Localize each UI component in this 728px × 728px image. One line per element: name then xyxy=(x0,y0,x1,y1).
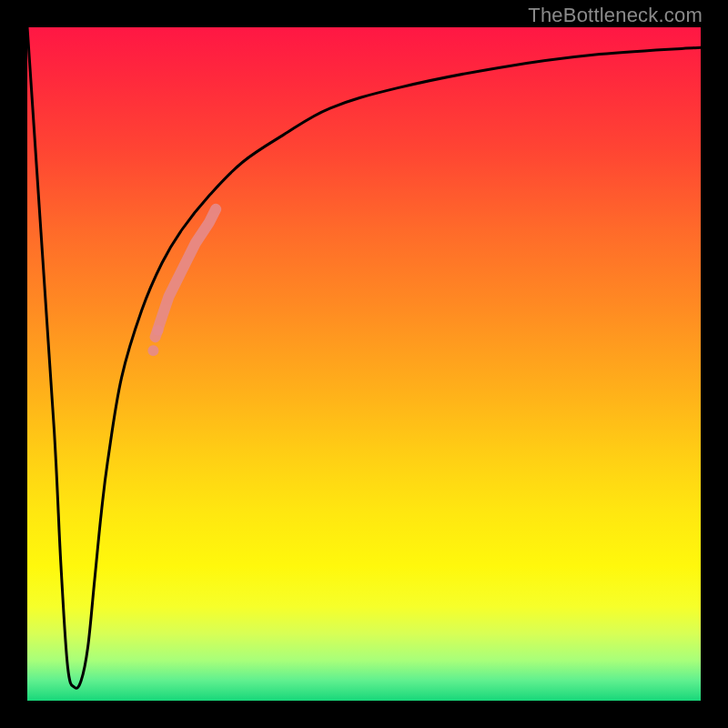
chart-svg xyxy=(27,27,701,701)
highlight-segment xyxy=(156,209,217,338)
highlight-dot xyxy=(147,345,158,356)
highlight-dot xyxy=(153,325,164,336)
chart-frame: TheBottleneck.com xyxy=(0,0,728,728)
watermark-text: TheBottleneck.com xyxy=(528,4,703,27)
bottleneck-curve xyxy=(27,27,701,688)
